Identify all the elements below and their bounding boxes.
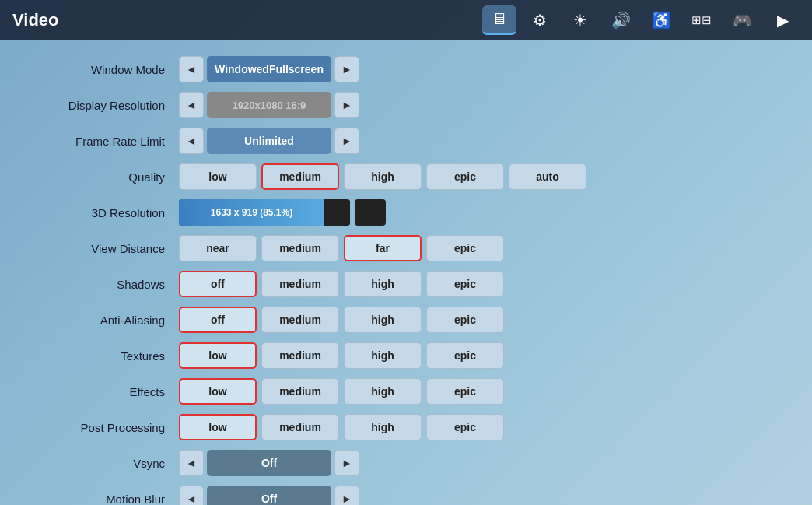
motion-blur-row: Motion Blur ◄ Off ► (31, 484, 781, 505)
nav-monitor[interactable]: 🖥 (482, 5, 516, 35)
anti-aliasing-label: Anti-Aliasing (31, 314, 179, 327)
view-distance-row: View Distance near medium far epic (31, 233, 781, 263)
view-distance-medium[interactable]: medium (261, 235, 339, 261)
anti-aliasing-row: Anti-Aliasing off medium high epic (31, 305, 781, 335)
effects-medium[interactable]: medium (261, 378, 339, 405)
effects-low[interactable]: low (179, 378, 257, 405)
vsync-value: Off (207, 450, 331, 476)
anti-aliasing-off[interactable]: off (179, 307, 257, 333)
quality-auto[interactable]: auto (509, 163, 586, 190)
vsync-row: Vsync ◄ Off ► (31, 448, 781, 478)
settings-panel: Window Mode ◄ WindowedFullscreen ► Displ… (0, 40, 812, 505)
post-processing-low[interactable]: low (179, 414, 257, 440)
display-resolution-control: ◄ 1920x1080 16:9 ► (179, 92, 359, 118)
display-resolution-row: Display Resolution ◄ 1920x1080 16:9 ► (31, 90, 781, 120)
nav-replay[interactable]: ▶ (765, 5, 800, 35)
frame-rate-row: Frame Rate Limit ◄ Unlimited ► (31, 126, 781, 156)
nav-gear[interactable]: ⚙ (523, 5, 557, 35)
post-processing-label: Post Processing (31, 421, 179, 434)
effects-btn-group: low medium high epic (179, 378, 504, 405)
vsync-left[interactable]: ◄ (179, 450, 204, 476)
display-resolution-right[interactable]: ► (334, 92, 359, 118)
textures-label: Textures (31, 349, 179, 363)
frame-rate-left[interactable]: ◄ (179, 128, 204, 154)
shadows-btn-group: off medium high epic (179, 271, 504, 297)
quality-btn-group: low medium high epic auto (179, 163, 586, 190)
window-mode-label: Window Mode (31, 63, 179, 76)
motion-blur-value: Off (207, 486, 331, 505)
page-title: Video (12, 10, 482, 30)
nav-icons: 🖥 ⚙ ☀ 🔊 ♿ ⊞⊟ 🎮 ▶ (482, 5, 800, 35)
post-processing-row: Post Processing low medium high epic (31, 412, 781, 442)
textures-low[interactable]: low (179, 342, 257, 369)
resolution-3d-dark (324, 199, 350, 226)
quality-epic[interactable]: epic (426, 163, 504, 190)
window-mode-control: ◄ WindowedFullscreen ► (179, 56, 359, 82)
anti-aliasing-medium[interactable]: medium (261, 307, 339, 333)
textures-epic[interactable]: epic (426, 342, 504, 369)
motion-blur-control: ◄ Off ► (179, 486, 359, 505)
shadows-label: Shadows (31, 278, 179, 291)
view-distance-label: View Distance (31, 242, 179, 255)
motion-blur-left[interactable]: ◄ (179, 486, 204, 505)
quality-row: Quality low medium high epic auto (31, 162, 781, 191)
effects-epic[interactable]: epic (426, 378, 504, 405)
post-processing-btn-group: low medium high epic (179, 414, 504, 440)
resolution-3d-label: 3D Resolution (31, 206, 179, 219)
view-distance-near[interactable]: near (179, 235, 257, 261)
post-processing-medium[interactable]: medium (261, 414, 339, 440)
shadows-medium[interactable]: medium (261, 271, 339, 297)
view-distance-far[interactable]: far (344, 235, 422, 261)
effects-row: Effects low medium high epic (31, 377, 781, 406)
quality-high[interactable]: high (344, 163, 422, 190)
resolution-3d-control: 1633 x 919 (85.1%) (179, 199, 386, 226)
nav-accessibility[interactable]: ♿ (644, 5, 678, 35)
display-resolution-left[interactable]: ◄ (179, 92, 204, 118)
window-mode-value: WindowedFullscreen (207, 56, 331, 82)
vsync-right[interactable]: ► (334, 450, 359, 476)
motion-blur-right[interactable]: ► (334, 486, 359, 505)
frame-rate-control: ◄ Unlimited ► (179, 128, 359, 154)
shadows-high[interactable]: high (344, 271, 422, 297)
anti-aliasing-epic[interactable]: epic (426, 307, 504, 333)
quality-label: Quality (31, 170, 179, 184)
vsync-label: Vsync (31, 457, 179, 470)
view-distance-btn-group: near medium far epic (179, 235, 504, 261)
window-mode-row: Window Mode ◄ WindowedFullscreen ► (31, 54, 781, 84)
motion-blur-label: Motion Blur (31, 493, 179, 506)
window-mode-left[interactable]: ◄ (179, 56, 204, 82)
view-distance-epic[interactable]: epic (426, 235, 504, 261)
nav-brightness[interactable]: ☀ (563, 5, 597, 35)
textures-high[interactable]: high (344, 342, 422, 369)
resolution-3d-bar[interactable]: 1633 x 919 (85.1%) (179, 199, 350, 226)
frame-rate-label: Frame Rate Limit (31, 135, 179, 148)
window-mode-right[interactable]: ► (334, 56, 359, 82)
textures-btn-group: low medium high epic (179, 342, 504, 369)
post-processing-high[interactable]: high (344, 414, 422, 440)
quality-medium[interactable]: medium (261, 163, 339, 190)
quality-low[interactable]: low (179, 163, 257, 190)
vsync-control: ◄ Off ► (179, 450, 359, 476)
nav-controller[interactable]: 🎮 (725, 5, 759, 35)
resolution-3d-fill: 1633 x 919 (85.1%) (179, 199, 324, 226)
shadows-off[interactable]: off (179, 271, 257, 297)
anti-aliasing-high[interactable]: high (344, 307, 422, 333)
post-processing-epic[interactable]: epic (426, 414, 504, 440)
display-resolution-value: 1920x1080 16:9 (207, 92, 331, 118)
nav-input[interactable]: ⊞⊟ (684, 5, 719, 35)
resolution-3d-row: 3D Resolution 1633 x 919 (85.1%) (31, 198, 781, 227)
effects-label: Effects (31, 385, 179, 398)
frame-rate-right[interactable]: ► (334, 128, 359, 154)
display-resolution-label: Display Resolution (31, 99, 179, 112)
shadows-row: Shadows off medium high epic (31, 269, 781, 299)
effects-high[interactable]: high (344, 378, 422, 405)
nav-volume[interactable]: 🔊 (604, 5, 638, 35)
textures-row: Textures low medium high epic (31, 341, 781, 370)
title-bar: Video 🖥 ⚙ ☀ 🔊 ♿ ⊞⊟ 🎮 ▶ (0, 0, 812, 40)
resolution-3d-handle[interactable] (355, 199, 386, 226)
frame-rate-value: Unlimited (207, 128, 331, 154)
anti-aliasing-btn-group: off medium high epic (179, 307, 504, 333)
textures-medium[interactable]: medium (261, 342, 339, 369)
shadows-epic[interactable]: epic (426, 271, 504, 297)
